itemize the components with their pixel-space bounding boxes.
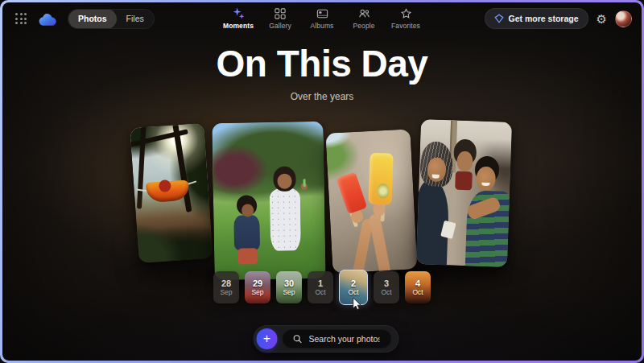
onedrive-logo-icon[interactable] xyxy=(38,12,60,26)
window-frame: Photos Files Moments xyxy=(0,0,644,363)
date-month: Oct xyxy=(315,289,325,296)
sparkles-icon xyxy=(233,6,245,20)
account-avatar[interactable] xyxy=(615,10,632,27)
search-input[interactable] xyxy=(308,333,382,344)
album-icon xyxy=(316,6,328,20)
date-tile-30-sep[interactable]: 30 Sep xyxy=(276,271,302,303)
date-tile-4-oct[interactable]: 4 Oct xyxy=(405,271,431,303)
nav-label: Favorites xyxy=(391,22,420,30)
tab-albums[interactable]: Albums xyxy=(306,6,338,30)
date-month: Sep xyxy=(251,289,263,296)
photo-hammock-in-forest xyxy=(130,123,213,263)
date-day: 30 xyxy=(284,279,294,288)
get-more-storage-button[interactable]: Get more storage xyxy=(485,8,588,29)
app-launcher-icon[interactable] xyxy=(12,10,30,27)
photo-kids-peace-signs xyxy=(212,122,325,280)
date-tile-2-oct-selected[interactable]: 2 Oct xyxy=(339,270,368,305)
date-month: Sep xyxy=(283,289,295,296)
memory-card-row xyxy=(134,121,510,279)
files-toggle[interactable]: Files xyxy=(117,9,154,29)
date-month: Sep xyxy=(220,289,232,296)
add-button[interactable]: + xyxy=(257,328,278,349)
page-subtitle: Over the years xyxy=(2,91,642,102)
search-pill[interactable] xyxy=(283,329,392,349)
nav-label: Gallery xyxy=(269,22,291,30)
storage-button-label: Get more storage xyxy=(509,14,579,23)
settings-gear-icon[interactable]: ⚙ xyxy=(597,13,607,25)
hero-section: On This Day Over the years xyxy=(2,41,642,102)
photo-popsicles xyxy=(326,129,418,273)
date-strip: 28 Sep 29 Sep 30 Sep 1 Oct 2 Oct 3 Oct 4… xyxy=(213,271,431,305)
photo-card-family[interactable] xyxy=(416,119,512,267)
diamond-icon xyxy=(494,14,504,23)
date-day: 4 xyxy=(415,279,420,288)
photo-card-hammock[interactable] xyxy=(130,123,213,263)
date-day: 2 xyxy=(351,279,356,288)
view-toggle: Photos Files xyxy=(68,9,155,29)
date-day: 29 xyxy=(253,279,262,288)
top-bar-right: Get more storage ⚙ xyxy=(485,8,632,29)
search-bar: + xyxy=(254,325,399,353)
search-icon xyxy=(293,334,303,344)
page-title: On This Day xyxy=(2,41,642,86)
primary-nav: Moments Gallery xyxy=(222,6,422,30)
nav-label: Moments xyxy=(223,22,254,30)
photo-family-selfie xyxy=(416,119,512,267)
onedrive-photos-app: Photos Files Moments xyxy=(2,2,642,361)
photo-card-kids[interactable] xyxy=(212,122,325,280)
top-bar-left: Photos Files xyxy=(12,9,155,29)
photos-toggle[interactable]: Photos xyxy=(68,9,117,29)
date-day: 28 xyxy=(221,279,231,288)
date-tile-29-sep[interactable]: 29 Sep xyxy=(245,271,270,303)
date-day: 3 xyxy=(384,279,389,288)
photo-card-popsicles[interactable] xyxy=(326,129,418,273)
tab-gallery[interactable]: Gallery xyxy=(264,6,296,30)
tab-people[interactable]: People xyxy=(348,6,380,30)
grid-icon xyxy=(275,6,286,20)
date-tile-3-oct[interactable]: 3 Oct xyxy=(374,271,399,303)
top-bar: Photos Files Moments xyxy=(2,2,642,35)
date-month: Oct xyxy=(381,289,391,296)
date-tile-1-oct[interactable]: 1 Oct xyxy=(308,271,333,303)
nav-label: Albums xyxy=(311,22,334,30)
date-month: Oct xyxy=(412,289,423,296)
tab-favorites[interactable]: Favorites xyxy=(390,6,422,30)
nav-label: People xyxy=(353,22,374,30)
people-icon xyxy=(358,6,370,20)
date-tile-28-sep[interactable]: 28 Sep xyxy=(213,271,239,303)
date-month: Oct xyxy=(348,289,358,296)
tab-moments[interactable]: Moments xyxy=(222,6,254,30)
star-icon xyxy=(400,6,412,20)
date-day: 1 xyxy=(318,279,323,288)
